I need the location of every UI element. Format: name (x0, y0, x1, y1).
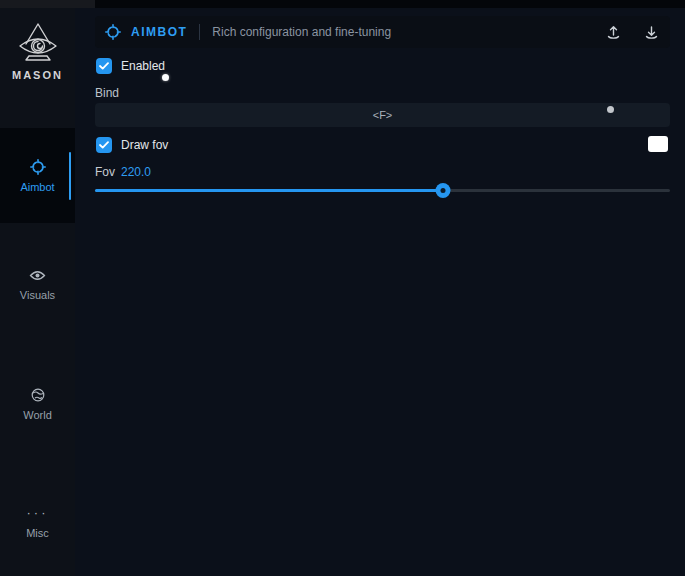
page-subtitle: Rich configuration and fine-tuning (212, 25, 391, 39)
sidebar-item-world[interactable]: World (0, 380, 75, 428)
enabled-label: Enabled (121, 59, 165, 73)
fov-slider[interactable] (95, 183, 670, 198)
window-top-strip (0, 0, 685, 8)
bind-key-field[interactable]: <F> (95, 103, 670, 127)
check-icon (99, 141, 109, 149)
sidebar-item-visuals[interactable]: Visuals (0, 260, 75, 308)
upload-config-button[interactable] (604, 23, 622, 41)
draw-fov-label: Draw fov (121, 138, 168, 152)
sidebar-item-label: Aimbot (20, 181, 54, 193)
app-logo-label: MASON (0, 69, 75, 81)
sidebar: MASON Aimbot Visuals (0, 8, 75, 576)
bind-key-value: <F> (373, 109, 393, 121)
window-top-strip-left (0, 0, 95, 8)
sidebar-item-misc[interactable]: ··· Misc (0, 498, 75, 546)
cursor-dot (607, 106, 614, 113)
download-icon (648, 27, 654, 35)
fov-setting-row: Fov 220.0 (95, 165, 151, 179)
sidebar-item-label: World (23, 409, 52, 421)
app-logo: MASON (0, 22, 75, 81)
draw-fov-setting-row: Draw fov (96, 137, 168, 153)
sidebar-item-label: Misc (26, 527, 49, 539)
header-actions (604, 23, 660, 41)
enabled-checkbox[interactable] (96, 58, 112, 74)
fov-value: 220.0 (121, 165, 151, 179)
draw-fov-checkbox[interactable] (96, 137, 112, 153)
ellipsis-icon: ··· (27, 505, 49, 521)
fov-slider-thumb[interactable] (435, 183, 450, 198)
active-tab-indicator (69, 152, 71, 200)
check-icon (99, 62, 109, 70)
enabled-setting-row: Enabled (96, 58, 165, 74)
upload-icon (610, 26, 616, 34)
sidebar-item-label: Visuals (20, 289, 55, 301)
globe-icon (31, 387, 45, 403)
sidebar-item-aimbot[interactable]: Aimbot (0, 128, 75, 223)
eye-icon (29, 267, 46, 283)
fov-color-swatch[interactable] (648, 136, 668, 152)
header-divider (199, 24, 200, 40)
fov-slider-fill (95, 189, 443, 192)
eye-pyramid-logo-icon (0, 22, 75, 64)
mason-app-window: MASON Aimbot Visuals (0, 0, 685, 576)
page-header: AIMBOT Rich configuration and fine-tunin… (95, 16, 670, 48)
crosshair-icon (105, 24, 121, 40)
cursor-dot (162, 74, 169, 81)
page-title: AIMBOT (131, 25, 187, 39)
download-config-button[interactable] (642, 23, 660, 41)
bind-label: Bind (95, 86, 119, 100)
fov-label: Fov (95, 165, 115, 179)
crosshair-icon (30, 159, 46, 175)
fov-slider-thumb-core (440, 188, 445, 193)
